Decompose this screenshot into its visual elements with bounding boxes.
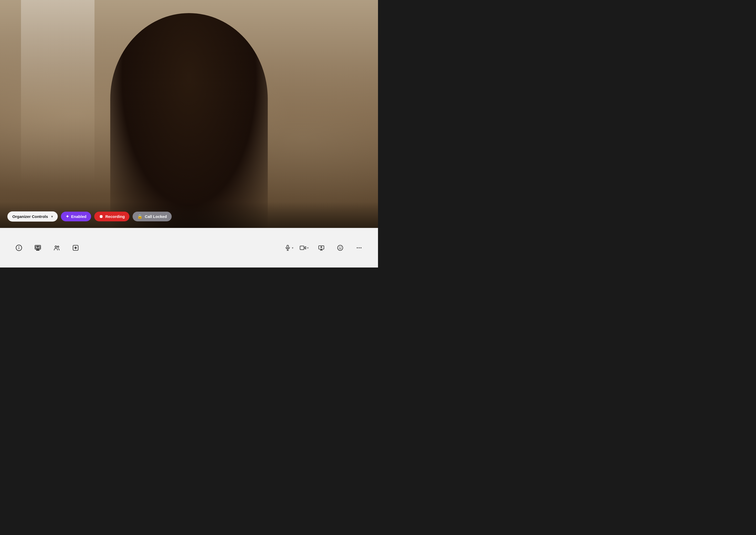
- share-screen-button[interactable]: [313, 239, 330, 256]
- mic-arrow-icon: ▾: [292, 246, 293, 250]
- svg-point-9: [57, 246, 59, 247]
- svg-rect-12: [287, 245, 288, 248]
- svg-point-11: [75, 247, 76, 248]
- organizer-controls-badge[interactable]: Organizer Controls ▾: [7, 211, 58, 222]
- enabled-label: Enabled: [71, 214, 86, 219]
- svg-point-25: [360, 247, 361, 248]
- call-locked-badge[interactable]: 🔒 Call Locked: [133, 211, 171, 221]
- svg-point-23: [357, 247, 358, 248]
- camera-arrow-icon: ▾: [307, 246, 309, 250]
- call-locked-label: Call Locked: [145, 214, 167, 219]
- info-button[interactable]: [11, 239, 27, 256]
- organizer-controls-label: Organizer Controls: [12, 214, 48, 219]
- svg-point-8: [55, 246, 57, 247]
- more-options-button[interactable]: [351, 239, 368, 256]
- enabled-icon: ✦: [66, 214, 69, 219]
- mic-button[interactable]: ▾: [283, 239, 295, 256]
- svg-point-20: [338, 245, 343, 250]
- window-light: [21, 0, 95, 183]
- camera-button[interactable]: ▾: [298, 239, 311, 256]
- screen-share-button[interactable]: [29, 239, 46, 256]
- participants-button[interactable]: [48, 239, 65, 256]
- svg-marker-15: [304, 246, 306, 249]
- reactions-button[interactable]: [332, 239, 348, 256]
- recording-badge[interactable]: ⏺ Recording: [94, 211, 130, 221]
- svg-rect-16: [300, 246, 304, 250]
- organizer-controls-dropdown-icon: ▾: [51, 215, 53, 218]
- recording-label: Recording: [105, 214, 125, 219]
- toolbar-right-controls: ▾ ▾: [283, 239, 368, 256]
- toolbar: ▾ ▾: [0, 228, 378, 268]
- status-badges-container: Organizer Controls ▾ ✦ Enabled ⏺ Recordi…: [7, 211, 172, 222]
- enabled-badge[interactable]: ✦ Enabled: [61, 211, 91, 221]
- recording-icon: ⏺: [99, 214, 103, 219]
- person-video: [110, 13, 268, 228]
- ai-features-button[interactable]: [67, 239, 84, 256]
- video-area: Organizer Controls ▾ ✦ Enabled ⏺ Recordi…: [0, 0, 378, 228]
- lock-icon: 🔒: [137, 214, 142, 219]
- toolbar-left-controls: [11, 239, 84, 256]
- svg-point-24: [359, 247, 360, 248]
